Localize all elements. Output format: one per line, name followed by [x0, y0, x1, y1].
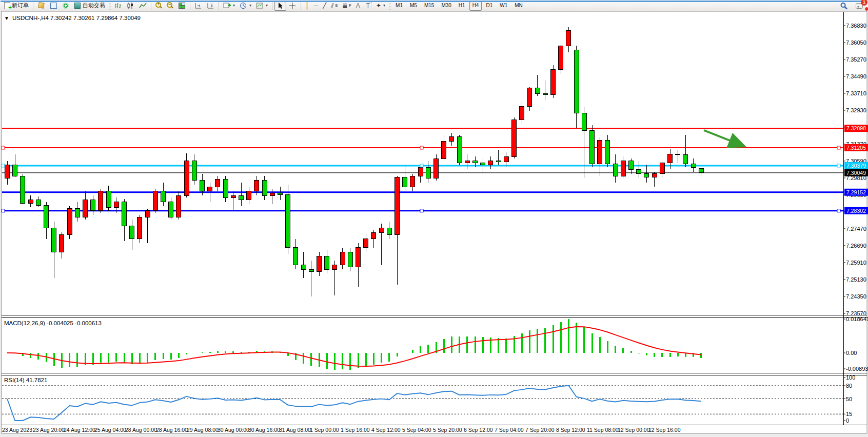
svg-text:7.30049: 7.30049 — [846, 170, 866, 176]
line-handle-7.28302[interactable] — [420, 209, 423, 212]
toolbar-separator — [272, 2, 272, 10]
rsi-label: RSI(14) 41.7821 — [4, 377, 47, 383]
candle-22 — [176, 191, 181, 220]
candle-19 — [153, 189, 157, 213]
arrows-icon: ✦ — [376, 3, 381, 9]
price-tick-label: 7.25910 — [846, 260, 866, 266]
line-handle-7.28302[interactable] — [837, 209, 840, 212]
line-handle-7.30379[interactable] — [2, 164, 5, 167]
svg-text:7.31205: 7.31205 — [846, 145, 866, 151]
chart-canvas: 7.368307.360507.352707.344907.337107.329… — [0, 11, 868, 437]
time-axis-label: 28 Aug 00:00 — [125, 427, 157, 433]
toolbar-separator — [301, 2, 301, 10]
price-tick-label: 7.24350 — [846, 293, 866, 300]
new-order-label: 新订单 — [12, 2, 29, 9]
macd-label: MACD(12,26,9) -0.004025 -0.000613 — [4, 320, 102, 326]
auto-scroll-icon — [194, 2, 202, 9]
time-axis-label: 23 Aug 2023 — [2, 427, 32, 433]
candle-65 — [512, 117, 517, 158]
svg-text:7.29152: 7.29152 — [846, 189, 866, 195]
zoom-in-icon: + — [155, 2, 161, 8]
dropdown-arrow-icon: ▾ — [249, 3, 251, 8]
bar-chart-icon — [114, 2, 122, 9]
candlestick-chart-icon — [127, 2, 134, 9]
price-tag-7.32098: 7.32098 — [844, 125, 868, 132]
chart-shift-icon — [207, 2, 214, 9]
dropdown-arrow-icon: ▾ — [383, 3, 385, 8]
candle-75 — [590, 125, 595, 167]
time-axis-label: 23 Aug 20:00 — [33, 427, 65, 433]
macd-axis-label: 0.00 — [846, 350, 857, 356]
price-tick-label: 7.32930 — [846, 107, 866, 113]
price-tick-label: 7.34490 — [846, 73, 866, 80]
candle-2 — [21, 174, 25, 204]
chart-title: USDCNH-,H4 7.30242 7.30261 7.29864 7.300… — [12, 15, 141, 21]
time-axis-label: 7 Sep 04:00 — [495, 427, 524, 433]
market-watch-button[interactable] — [48, 1, 60, 11]
window-icon — [50, 3, 57, 9]
time-axis-label: 5 Sep 04:00 — [402, 427, 431, 433]
svg-text:7.30379: 7.30379 — [846, 163, 866, 169]
dropdown-arrow-icon: ▾ — [233, 3, 235, 8]
template-icon — [256, 2, 264, 9]
rsi-axis-label: 0 — [846, 418, 849, 424]
fibonacci-icon: ≣ — [342, 3, 347, 9]
main-toolbar: 新订单 自动交易 + − ▾ ▾ ▾ │ — [0, 0, 868, 11]
time-axis-label: 28 Aug 16:00 — [156, 427, 188, 433]
notifications-button[interactable]: 1 — [854, 1, 865, 11]
line-handle-7.28302[interactable] — [2, 209, 5, 212]
macd-axis-label: -0.008934 — [846, 366, 868, 372]
price-tick-label: 7.36830 — [846, 23, 866, 29]
price-tick-label: 7.35270 — [846, 56, 866, 63]
time-axis-label: 7 Sep 20:00 — [525, 427, 555, 433]
search-icon — [840, 2, 847, 9]
line-handle-7.30379[interactable] — [837, 164, 840, 167]
text-icon: A — [356, 3, 360, 9]
time-axis-label: 12 Sep 16:00 — [648, 427, 681, 433]
candle-12 — [98, 189, 103, 213]
time-axis-label: 8 Sep 12:00 — [556, 427, 585, 433]
time-axis-label: 29 Aug 08:00 — [187, 427, 219, 433]
chart-window-frame — [2, 11, 867, 433]
price-tag-7.31205: 7.31205 — [844, 144, 868, 151]
time-axis-label: 31 Aug 08:00 — [279, 427, 311, 433]
rsi-axis-label: 100 — [846, 374, 855, 381]
candle-71 — [559, 45, 563, 74]
cursor-arrow-icon — [277, 2, 284, 9]
time-axis-label: 25 Aug 04:00 — [94, 427, 126, 433]
rsi-axis-label: 15 — [846, 411, 852, 417]
line-handle-7.30379[interactable] — [420, 164, 423, 167]
search-button[interactable] — [838, 1, 850, 11]
line-handle-7.31205[interactable] — [837, 146, 840, 149]
toolbar-separator — [190, 2, 190, 10]
horizontal-line-icon: ─ — [314, 3, 319, 9]
crosshair-icon — [289, 2, 297, 9]
trendline-icon: ╱ — [323, 3, 326, 9]
fibonacci-sub-label: F — [349, 4, 351, 7]
gold-cube-icon — [38, 2, 44, 8]
line-handle-7.31205[interactable] — [420, 146, 423, 149]
auto-trading-label: 自动交易 — [83, 2, 105, 9]
rsi-axis-label: 80 — [846, 383, 852, 389]
line-chart-icon — [139, 2, 147, 9]
tile-windows-icon — [179, 3, 185, 9]
time-axis-label: 11 Sep 08:00 — [587, 427, 619, 433]
price-tag-7.30379: 7.30379 — [844, 162, 868, 169]
candle-58 — [457, 135, 462, 165]
zoom-out-icon: − — [167, 2, 172, 8]
macd-axis-label: 0.018641 — [846, 316, 868, 322]
chart-window: 7.368307.360507.352707.344907.337107.329… — [0, 11, 868, 437]
candle-8 — [67, 206, 72, 239]
time-axis-label: 1 Sep 16:00 — [341, 427, 370, 433]
price-tick-label: 7.25130 — [846, 276, 866, 283]
candle-17 — [137, 215, 142, 243]
collapse-triangle-icon[interactable]: ▼ — [4, 15, 9, 21]
time-axis-label: 5 Sep 20:00 — [433, 427, 462, 433]
channel-icon: ⫽ — [331, 3, 333, 9]
time-axis-label: 12 Sep 00:00 — [618, 427, 650, 433]
notification-badge: 1 — [861, 0, 867, 6]
time-axis-label: 24 Aug 12:00 — [64, 427, 95, 433]
toolbar-grip — [389, 2, 391, 10]
line-handle-7.31205[interactable] — [2, 146, 5, 149]
price-tick-label: 7.27470 — [846, 226, 866, 232]
